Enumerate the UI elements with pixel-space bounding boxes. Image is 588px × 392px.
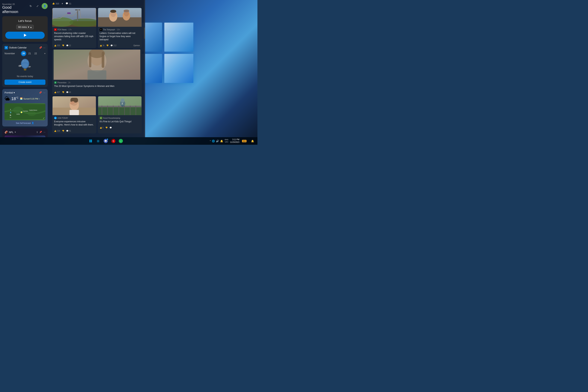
focus-play-button[interactable] (5, 32, 45, 39)
see-forecast-link[interactable]: See full forecast 👤 (4, 122, 46, 124)
card2-dislikes[interactable]: 👎 (106, 44, 108, 46)
card5-likes[interactable]: 👍5 (100, 127, 104, 129)
news-card-3-headline: The 20 Most Ignored Cancer Symptoms in W… (54, 84, 140, 88)
card4-likes[interactable]: 👍216 (54, 130, 60, 132)
weather-unit: °C (16, 96, 18, 99)
news-card-2[interactable]: T The Telegraph · 15h Letters: Conservat… (98, 8, 142, 48)
start-pane-tl (89, 140, 90, 141)
task-view-button[interactable]: ⊞ (95, 138, 102, 144)
weather-main: 🌥 18°C 🌅 Sunset 5:15 PM › (4, 96, 46, 102)
weather-actions: 📌 ··· (39, 91, 46, 94)
location-row[interactable]: Pombal ▾ (4, 91, 15, 94)
calendar-more-icon[interactable]: ··· (43, 46, 46, 49)
svg-point-7 (20, 65, 22, 66)
xda-icon[interactable]: XDA (241, 138, 248, 144)
weather-map-svg: Coimbra Leiria Castelo Branco 🌡 💧 🌥 🌬 (4, 103, 46, 120)
create-event-button[interactable]: Create event (4, 80, 46, 85)
calendar-day-22[interactable]: 22 (33, 51, 38, 56)
card3-dislikes[interactable]: 👎 (62, 91, 64, 93)
source-3-name: Prevention (58, 82, 66, 84)
weather-header: Pombal ▾ 📌 ··· (4, 91, 46, 94)
top-comments: 💬 11 (66, 2, 71, 5)
action-center-button[interactable]: 🔔 (249, 138, 256, 144)
teams-button[interactable]: 💬 1 (102, 138, 109, 144)
volume-icon[interactable]: 🔊 (216, 140, 219, 142)
news-card-5[interactable]: 3 G Good Housekeeping It's Fine to Let K… (98, 96, 142, 134)
browser-button[interactable]: V (110, 138, 117, 144)
refresh-button[interactable]: ↻ (28, 4, 33, 9)
teams-badge: 1 (106, 138, 108, 140)
source-2-time: · 15h (116, 29, 120, 31)
news-card-1-content: F FOX News · 17h Record-shattering rolle… (52, 27, 96, 44)
action-center-icon: 🔔 (251, 140, 254, 142)
nfl-pin-icon[interactable]: 📌 (39, 131, 42, 134)
news-card-2-image (98, 8, 142, 27)
card1-dislikes[interactable]: 👎 (62, 44, 64, 46)
nfl-icon: 🏈 (4, 130, 8, 134)
taskbar-clock[interactable]: 3:11 PM 11/20/2023 (230, 138, 239, 144)
start-button[interactable] (87, 138, 94, 144)
thumb-up-icon: 👍 (52, 2, 55, 5)
spotify-button[interactable]: ♪ (118, 138, 124, 144)
timer-label: 60 mins (18, 26, 27, 28)
card2-comments[interactable]: 💬212 (110, 44, 116, 46)
calendar-days: 20 21 22 (21, 51, 38, 56)
prevention-icon: P (54, 81, 57, 84)
weather-temperature: 18°C (11, 96, 18, 101)
telegraph-img-svg (98, 8, 142, 27)
language-indicator[interactable]: ENG UKX (225, 139, 228, 143)
calendar-nav: November 20 21 22 ▾ (4, 51, 46, 56)
balloon-svg (18, 58, 32, 74)
lang-region: UKX (225, 141, 228, 143)
sunset-chevron: › (39, 98, 40, 100)
timer-select[interactable]: 60 mins ▾ ▴ (16, 25, 34, 30)
news-row-2: U USA TODAY Everyone experiences intrusi… (52, 96, 142, 134)
card3-comments[interactable]: 💬46 (66, 91, 71, 93)
nfl-title: NFL (9, 131, 14, 134)
widget-panel: November 20 Good afternoon ↻ ⤢ 👤 Let's f… (0, 0, 145, 137)
top-likes: 👍 310 (52, 2, 59, 5)
source-1-time: · 17h (67, 29, 72, 31)
calendar-widget-header: O Outlook Calendar 📌 ··· (4, 46, 46, 50)
calendar-pin-icon[interactable]: 📌 (39, 46, 42, 49)
news-card-3[interactable]: P Prevention · 2h The 20 Most Ignored Ca… (52, 50, 142, 95)
card2-likes[interactable]: 👍2k (100, 44, 104, 46)
map-expand-icon[interactable]: ⤢ (43, 117, 45, 120)
weather-pin-icon[interactable]: 📌 (39, 91, 42, 94)
svg-text:🌡: 🌡 (10, 108, 11, 110)
card3-likes[interactable]: 👍827 (54, 91, 60, 93)
calendar-day-20[interactable]: 20 (21, 51, 26, 56)
news-card-1-headline: Record-shattering roller coaster simulat… (54, 32, 94, 41)
user-avatar[interactable]: 👤 (42, 3, 48, 9)
calendar-day-21[interactable]: 21 (27, 51, 32, 56)
nfl-actions: ℹ 📌 ··· (37, 131, 46, 134)
focus-timer: 60 mins ▾ ▴ (5, 25, 45, 30)
svg-point-39 (124, 10, 129, 12)
card5-comments[interactable]: 💬 (110, 127, 112, 129)
svg-rect-57 (98, 106, 141, 107)
scroll-thumb[interactable] (144, 28, 145, 39)
notification-icon[interactable]: 🔔 (220, 140, 223, 142)
news-card-1[interactable]: F FOX News · 17h Record-shattering rolle… (52, 8, 96, 48)
card1-likes[interactable]: 👍333 (54, 44, 60, 46)
chevron-up-icon[interactable]: ^ (210, 140, 211, 142)
news-card-4[interactable]: U USA TODAY Everyone experiences intrusi… (52, 96, 96, 134)
card4-dislikes[interactable]: 👎 (62, 130, 64, 132)
weather-more-icon[interactable]: ··· (43, 91, 46, 94)
nfl-chevron[interactable]: ▾ (15, 131, 16, 134)
network-icon[interactable]: 🌐 (212, 140, 215, 142)
nfl-more-icon[interactable]: ··· (44, 131, 46, 134)
calendar-chevron-down[interactable]: ▾ (44, 52, 46, 55)
svg-rect-33 (98, 17, 141, 27)
opinion-badge: Opinion (134, 44, 140, 46)
card5-dislikes[interactable]: 👎 (105, 127, 108, 129)
header-date: November 20 (2, 3, 28, 5)
news-scrollbar[interactable] (144, 0, 145, 137)
header-icons: ↻ ⤢ 👤 (28, 3, 48, 9)
nfl-info-icon[interactable]: ℹ (37, 131, 38, 134)
news-row-1: F FOX News · 17h Record-shattering rolle… (52, 8, 142, 48)
expand-button[interactable]: ⤢ (35, 4, 40, 9)
card1-comments[interactable]: 💬32 (66, 44, 71, 46)
card4-comments[interactable]: 💬41 (66, 130, 71, 132)
weather-sunset[interactable]: 🌅 Sunset 5:15 PM › (20, 98, 40, 100)
